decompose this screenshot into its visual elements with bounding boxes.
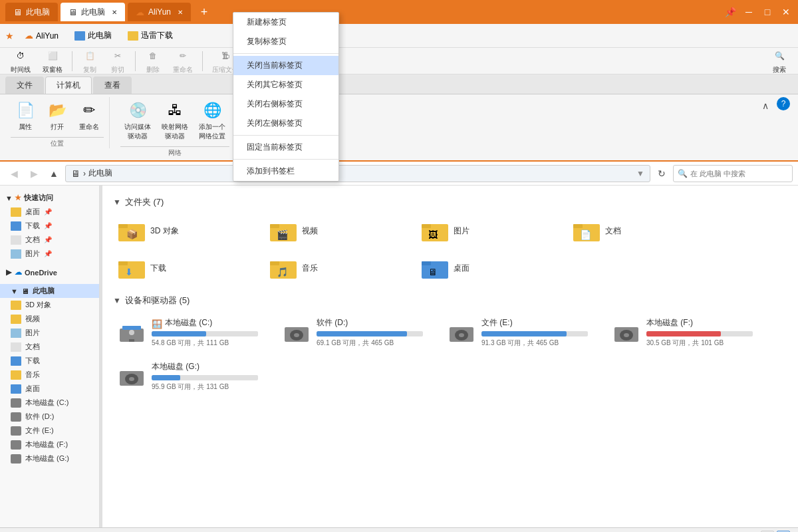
ctx-duplicate-tab[interactable]: 复制标签页 [233, 32, 338, 51]
ctx-sep-3 [233, 159, 338, 160]
ctx-close-right[interactable]: 关闭右侧标签页 [233, 94, 338, 114]
ctx-add-bookmark[interactable]: 添加到书签栏 [233, 162, 338, 181]
context-menu-overlay[interactable]: 新建标签页 复制标签页 关闭当前标签页 关闭其它标签页 关闭右侧标签页 关闭左侧… [0, 0, 798, 532]
ctx-pin-tab[interactable]: 固定当前标签页 [233, 138, 338, 157]
ctx-sep-2 [233, 135, 338, 136]
ctx-new-tab[interactable]: 新建标签页 [233, 13, 338, 32]
context-menu: 新建标签页 复制标签页 关闭当前标签页 关闭其它标签页 关闭右侧标签页 关闭左侧… [233, 12, 339, 182]
ctx-close-left[interactable]: 关闭左侧标签页 [233, 114, 338, 133]
ctx-close-current[interactable]: 关闭当前标签页 [233, 56, 338, 75]
ctx-sep-1 [233, 53, 338, 54]
ctx-close-others[interactable]: 关闭其它标签页 [233, 75, 338, 94]
